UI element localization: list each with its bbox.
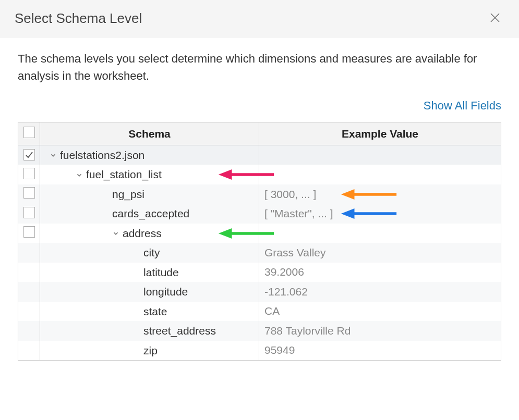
example-value-cell: [ 3000, ... ] [259,184,501,204]
example-value: Grass Valley [264,246,325,258]
schema-row: longitude-121.062 [18,282,501,301]
dialog-header: Select Schema Level [0,0,519,38]
checkbox-cell [18,321,40,340]
schema-label: state [143,305,167,317]
svg-marker-7 [341,208,355,219]
chevron-down-icon[interactable] [50,149,57,162]
schema-cell: cards_accepted [40,204,259,223]
example-value: -121.062 [264,286,308,298]
dialog-body: The schema levels you select determine w… [0,38,519,381]
svg-marker-9 [219,228,232,238]
schema-label: city [143,247,160,259]
checkbox-cell [18,204,40,223]
example-value-cell: 95949 [259,341,501,361]
schema-cell: fuel_station_list [40,165,259,184]
header-checkbox-cell [18,122,40,145]
schema-row: address [18,224,501,243]
schema-label: fuelstations2.json [60,149,144,161]
schema-row: fuelstations2.json [18,145,501,165]
schema-label: latitude [143,266,179,278]
schema-label: ng_psi [112,188,144,200]
schema-label: address [123,227,162,239]
example-value: 39.2006 [264,266,304,278]
schema-cell: city [40,243,259,262]
schema-row: latitude39.2006 [18,263,501,282]
row-checkbox[interactable] [23,226,35,238]
example-value-cell: 788 Taylorville Rd [259,321,501,340]
schema-row: stateCA [18,302,501,321]
schema-row: ng_psi[ 3000, ... ] [18,184,501,204]
schema-label: street_address [143,325,216,337]
select-schema-dialog: Select Schema Level The schema levels yo… [0,0,519,381]
row-checkbox[interactable] [23,149,35,160]
schema-cell: zip [40,341,259,361]
dialog-title: Select Schema Level [15,10,142,27]
example-value: [ "Master", ... ] [264,207,333,219]
example-value-cell [259,224,501,243]
example-value-cell: -121.062 [259,282,501,301]
annotation-arrow [340,207,397,220]
schema-label: cards_accepted [112,208,189,220]
checkbox-cell [18,184,40,204]
schema-row: cityGrass Valley [18,243,501,262]
checkbox-cell [18,165,40,184]
checkbox-cell [18,341,40,361]
schema-row: fuel_station_list [18,165,501,184]
checkbox-cell [18,243,40,262]
svg-marker-5 [341,189,355,200]
example-value: 788 Taylorville Rd [264,325,351,337]
row-checkbox[interactable] [23,168,35,179]
example-value-cell: Grass Valley [259,243,501,262]
dialog-description: The schema levels you select determine w… [18,50,501,84]
schema-label: longitude [143,286,188,298]
row-checkbox[interactable] [23,187,35,199]
select-all-checkbox[interactable] [23,127,35,138]
schema-cell: street_address [40,321,259,340]
example-value: CA [264,305,280,317]
example-value-cell: CA [259,302,501,321]
schema-cell: state [40,302,259,321]
example-value: [ 3000, ... ] [264,188,316,200]
header-example: Example Value [259,122,501,145]
schema-row: street_address788 Taylorville Rd [18,321,501,340]
show-all-fields-container: Show All Fields [18,99,501,113]
schema-cell: latitude [40,263,259,282]
schema-table: Schema Example Value fuelstations2.jsonf… [18,122,501,361]
schema-cell: fuelstations2.json [40,145,259,165]
checkbox-cell [18,302,40,321]
schema-cell: longitude [40,282,259,301]
example-value-cell: 39.2006 [259,263,501,282]
row-checkbox[interactable] [23,207,35,218]
close-button[interactable] [486,11,504,27]
example-value: 95949 [264,344,295,356]
checkbox-cell [18,282,40,301]
checkbox-cell [18,263,40,282]
schema-row: cards_accepted[ "Master", ... ] [18,204,501,223]
header-schema: Schema [40,122,259,145]
schema-cell: ng_psi [40,184,259,204]
schema-cell: address [40,224,259,243]
example-value-cell: [ "Master", ... ] [259,204,501,223]
chevron-down-icon[interactable] [76,169,83,181]
close-icon [489,10,501,27]
schema-row: zip95949 [18,341,501,361]
checkbox-cell [18,224,40,243]
schema-label: zip [143,344,158,356]
annotation-arrow [340,188,397,201]
checkbox-cell [18,145,40,165]
show-all-fields-link[interactable]: Show All Fields [424,99,501,112]
example-value-cell [259,165,501,184]
svg-marker-3 [219,169,232,180]
chevron-down-icon[interactable] [112,227,119,240]
example-value-cell [259,145,501,165]
schema-label: fuel_station_list [86,169,162,181]
